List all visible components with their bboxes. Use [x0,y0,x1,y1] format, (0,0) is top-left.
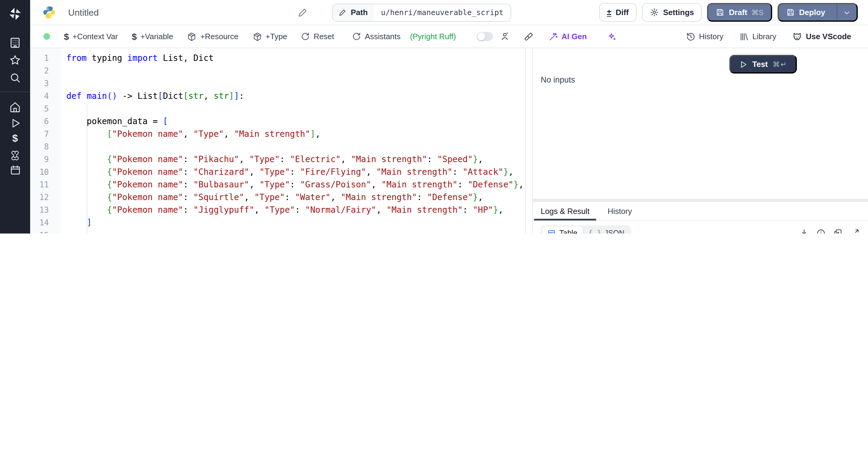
topbar-actions: ± Diff Settings Draft ⌘S Deploy [599,3,868,22]
copy-result-icon[interactable] [833,228,843,234]
path-value: u/henri/maneuverable_script [374,4,510,21]
favorites-icon[interactable] [8,54,22,67]
test-pane: Test ⌘↵ No inputs [533,48,868,199]
line-number: 14 [30,216,49,229]
code-editor[interactable]: 1234567891011121314151617 from typing im… [30,48,526,234]
path-field[interactable]: Path u/henri/maneuverable_script [332,3,512,21]
view-mode-switch: Table { } JSON [541,225,631,234]
library-icon [739,32,749,41]
results-pane: Logs & Result History Table { } JSON [533,202,868,234]
dollar-icon: $ [64,31,69,41]
line-number: 7 [30,128,49,141]
result-action-icons [799,228,860,234]
code-line[interactable]: ] [66,216,525,229]
settings-button[interactable]: Settings [642,3,702,22]
main-area: Untitled Path u/henri/maneuverable_scrip… [30,0,868,234]
assistant-toggle[interactable] [476,32,493,41]
code-line[interactable] [66,141,525,153]
line-number: 2 [30,64,49,77]
code-line[interactable]: pokemon_data = [ [66,115,525,128]
code-line[interactable]: {"Pokemon name": "Pikachu", "Type": "Ele… [66,153,525,166]
code-line[interactable]: from typing import List, Dict [66,52,525,64]
horizontal-splitter[interactable] [533,199,868,202]
deploy-button[interactable]: Deploy [777,3,858,22]
left-sidebar: $ [0,0,30,234]
line-number: 3 [30,77,49,90]
app-window: $ Untitled Path u/henri/maneuverable_scr… [0,0,868,234]
line-number: 8 [30,141,49,153]
cat-icon [792,31,802,41]
test-shortcut: ⌘↵ [773,60,787,68]
download-result-icon[interactable] [799,228,809,234]
play-icon [739,60,747,68]
search-icon[interactable] [8,71,22,84]
dollar-icon: $ [132,31,137,41]
reload-icon [352,32,361,41]
workspace-icon[interactable] [8,36,22,50]
code-line[interactable]: {"Pokemon name": "Squirtle", "Type": "Wa… [66,191,525,204]
assistants-button[interactable]: Assistants (Pyright Ruff) [352,32,456,41]
tab-logs-result[interactable]: Logs & Result [541,202,590,220]
view-json-button[interactable]: { } JSON [583,229,630,234]
sidebar-divider [0,92,30,92]
schedules-icon[interactable] [8,163,22,177]
code-line[interactable]: ["Pokemon name", "Type", "Main strength"… [66,128,525,141]
content-row: 1234567891011121314151617 from typing im… [30,48,868,234]
result-controls: Table { } JSON [541,225,860,234]
tab-history[interactable]: History [608,202,632,220]
home-icon[interactable] [8,101,22,114]
editor-gutter: 1234567891011121314151617 [30,48,61,234]
path-label: Path [351,8,368,17]
code-content[interactable]: from typing import List, Dictdef main() … [61,52,525,234]
code-line[interactable]: {"Pokemon name": "Bulbasaur", "Type": "G… [66,178,525,191]
sparkles-icon[interactable] [607,32,617,41]
code-line[interactable] [66,77,525,90]
gear-icon [650,8,659,17]
history-button[interactable]: History [686,32,723,41]
code-line[interactable] [66,64,525,77]
info-icon[interactable] [816,228,826,234]
line-number: 9 [30,153,49,166]
line-number: 11 [30,178,49,191]
add-type-button[interactable]: +Type [252,32,287,41]
format-brush-icon[interactable] [524,32,533,41]
line-number: 12 [30,191,49,204]
switch-user-icon[interactable] [499,31,510,41]
add-context-var-button[interactable]: $+Context Var [64,31,118,41]
panel-splitter[interactable] [526,48,532,234]
table-icon [547,229,556,234]
use-vscode-button[interactable]: Use VScode [792,31,851,41]
reset-button[interactable]: Reset [301,32,334,41]
code-line[interactable] [66,102,525,115]
edit-title-pencil-icon[interactable] [298,7,308,18]
line-number: 5 [30,102,49,115]
draft-button[interactable]: Draft ⌘S [707,3,772,22]
resources-icon[interactable] [8,148,22,161]
line-number: 6 [30,115,49,128]
deploy-options-chevron[interactable] [837,4,857,21]
test-button[interactable]: Test ⌘↵ [730,55,797,73]
view-table-button[interactable]: Table [542,226,583,234]
line-number: 4 [30,90,49,102]
top-bar: Untitled Path u/henri/maneuverable_scrip… [30,0,868,25]
code-line[interactable]: def main() -> List[Dict[str, str]]: [66,90,525,102]
windmill-logo[interactable] [7,6,23,22]
right-panel: Test ⌘↵ No inputs Logs & Result History [532,48,868,234]
add-resource-button[interactable]: +Resource [187,32,239,41]
runs-icon[interactable] [8,116,22,130]
expand-icon[interactable] [850,228,860,234]
code-line[interactable] [66,229,525,234]
library-button[interactable]: Library [739,32,776,41]
diff-button[interactable]: ± Diff [599,3,637,22]
add-variable-button[interactable]: $+Variable [132,31,173,41]
history-clock-icon [686,32,695,41]
line-number: 1 [30,52,49,64]
no-inputs-label: No inputs [541,75,575,84]
assistants-status: (Pyright Ruff) [410,32,456,41]
save-icon [786,8,795,17]
variables-icon[interactable]: $ [8,132,22,145]
ai-gen-button[interactable]: AI Gen [548,32,587,41]
code-line[interactable]: {"Pokemon name": "Jigglypuff", "Type": "… [66,204,525,216]
code-line[interactable]: {"Pokemon name": "Charizard", "Type": "F… [66,166,525,178]
edit-path-pencil-icon [339,8,347,16]
